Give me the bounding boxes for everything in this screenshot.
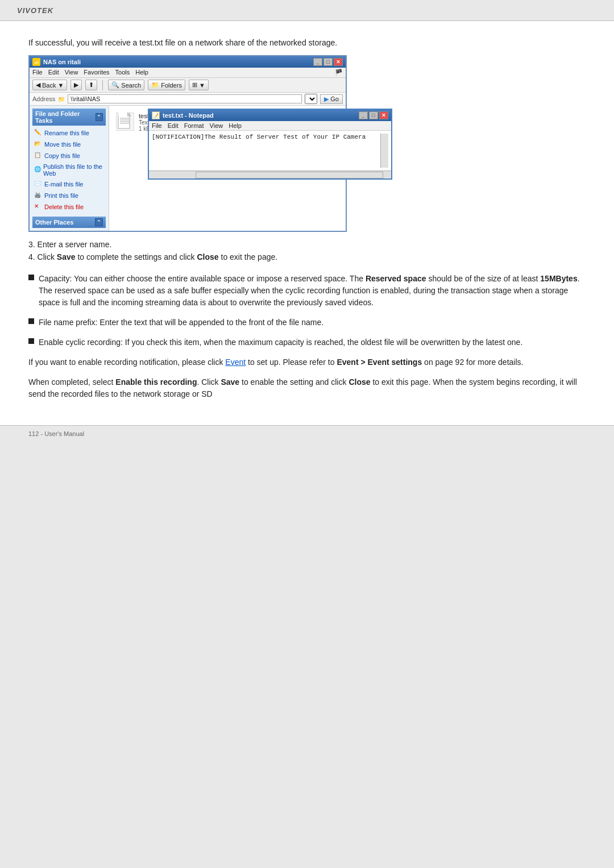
menu-favorites[interactable]: Favorites (84, 69, 109, 76)
notepad-menu-edit[interactable]: Edit (168, 122, 179, 129)
step-3: 3. Enter a server name. (28, 240, 586, 249)
menu-file[interactable]: File (32, 69, 43, 76)
email-icon: ✉️ (34, 180, 42, 188)
task-email-label: E-mail this file (44, 181, 83, 188)
task-rename[interactable]: ✏️ Rename this file (32, 128, 106, 138)
bullet-item-prefix: File name prefix: Enter the text that wi… (28, 317, 586, 329)
back-icon: ◀ (36, 81, 40, 89)
publish-icon: 🌐 (34, 166, 41, 174)
print-icon: 🖨️ (34, 192, 42, 200)
views-icon: ⊞ (192, 81, 197, 89)
titlebar-controls[interactable]: _ □ ✕ (313, 58, 343, 66)
menu-help[interactable]: Help (135, 69, 148, 76)
maximize-button[interactable]: □ (323, 58, 333, 66)
forward-button[interactable]: ▶ (70, 80, 82, 90)
go-arrow-icon: ▶ (324, 95, 329, 103)
intro-text: If successful, you will receive a test.t… (28, 38, 586, 47)
para1-bold: Event > Event settings (337, 358, 422, 367)
bullet-text-cyclic: Enable cyclic recording: If you check th… (39, 337, 522, 348)
address-dropdown[interactable] (305, 94, 317, 104)
address-input[interactable]: \\ritali\NAS (68, 94, 302, 103)
back-label: Back (42, 82, 56, 89)
para2-mid: . Click (197, 377, 221, 387)
step-4-save: Save (57, 252, 76, 261)
up-button[interactable]: ⬆ (85, 80, 97, 90)
search-button[interactable]: 🔍 Search (108, 80, 144, 90)
task-print[interactable]: 🖨️ Print this file (32, 190, 106, 201)
event-link[interactable]: Event (225, 358, 246, 367)
para2-bold1: Enable this recording (115, 377, 197, 387)
bullet-text-capacity: Capacity: You can either choose the enti… (39, 273, 586, 309)
titlebar-left: 📁 NAS on ritali (32, 58, 81, 66)
h-scrollbar[interactable] (196, 172, 383, 178)
task-delete[interactable]: ✕ Delete this file (32, 202, 106, 212)
task-copy-label: Copy this file (44, 152, 80, 159)
explorer-titlebar-icon: 📁 (32, 58, 40, 66)
folders-button[interactable]: 📁 Folders (148, 80, 185, 90)
menu-tools[interactable]: Tools (115, 69, 130, 76)
notepad-title: test.txt - Notepad (163, 112, 214, 119)
notepad-scrollbar[interactable] (380, 134, 388, 168)
go-button[interactable]: ▶ Go (320, 94, 343, 104)
notepad-menubar: File Edit Format View Help (149, 121, 391, 131)
para2-pre: When completed, select (28, 377, 115, 387)
forward-icon: ▶ (74, 81, 78, 89)
task-move-label: Move this file (44, 141, 81, 148)
rename-icon: ✏️ (34, 129, 42, 137)
explorer-titlebar: 📁 NAS on ritali _ □ ✕ (30, 56, 346, 68)
menu-edit[interactable]: Edit (48, 69, 59, 76)
notepad-menu-format[interactable]: Format (184, 122, 204, 129)
notepad-menu-view[interactable]: View (210, 122, 223, 129)
notepad-maximize-button[interactable]: □ (369, 111, 378, 119)
para2-bold2: Save (221, 377, 239, 387)
go-label: Go (330, 95, 339, 102)
notepad-close-button[interactable]: ✕ (379, 111, 388, 119)
toolbar-separator (102, 80, 103, 90)
bullet-icon-cyclic (28, 338, 34, 344)
sidebar-panel: File and Folder Tasks ⌃ ✏️ Rename this f… (30, 106, 109, 231)
notepad-menu-file[interactable]: File (152, 122, 162, 129)
notepad-minimize-button[interactable]: _ (359, 111, 368, 119)
explorer-toolbar: ◀ Back ▼ ▶ ⬆ 🔍 Search 📁 Folders (30, 78, 346, 93)
notepad-text-content: [NOTIFICATION]The Result of Server Test … (152, 134, 366, 140)
notepad-bottom-bar (149, 171, 391, 178)
bullet-icon-prefix (28, 318, 34, 324)
para1-end: on page 92 for more details. (422, 358, 523, 367)
step-4: 4. Click Save to complete the settings a… (28, 252, 586, 261)
folders-label: Folders (161, 82, 182, 89)
sidebar-collapse-tasks[interactable]: ⌃ (96, 113, 103, 121)
step-3-text: Enter a server name. (38, 240, 112, 249)
step-4-end: to exit the page. (221, 252, 278, 261)
page-header: VIVOTEK (0, 0, 614, 21)
minimize-button[interactable]: _ (313, 58, 322, 66)
notepad-menu-help[interactable]: Help (229, 122, 242, 129)
paragraph-recording: When completed, select Enable this recor… (28, 376, 586, 400)
task-publish[interactable]: 🌐 Publish this file to the Web (32, 162, 106, 178)
notepad-text[interactable]: [NOTIFICATION]The Result of Server Test … (152, 134, 380, 168)
notepad-content-area: [NOTIFICATION]The Result of Server Test … (149, 131, 391, 171)
step-4-close: Close (197, 252, 219, 261)
task-email[interactable]: ✉️ E-mail this file (32, 179, 106, 189)
sidebar-tasks-title: File and Folder Tasks (35, 110, 96, 124)
back-button[interactable]: ◀ Back ▼ (32, 80, 67, 90)
sidebar-collapse-other[interactable]: ⌃ (95, 218, 103, 226)
task-copy[interactable]: 📋 Copy this file (32, 151, 106, 161)
notepad-titlebar-left: 📝 test.txt - Notepad (152, 111, 214, 119)
address-icon: 📁 (58, 96, 65, 102)
other-places-label: Other Places (35, 219, 73, 226)
task-delete-label: Delete this file (44, 203, 84, 210)
explorer-composite: 📁 NAS on ritali _ □ ✕ File Edit View Fav… (28, 55, 347, 232)
task-rename-label: Rename this file (44, 130, 89, 136)
close-button[interactable]: ✕ (334, 58, 343, 66)
menu-view[interactable]: View (65, 69, 78, 76)
page-footer: 112 - User's Manual (0, 425, 614, 442)
notepad-titlebar-controls[interactable]: _ □ ✕ (359, 111, 388, 119)
task-move[interactable]: 📂 Move this file (32, 139, 106, 149)
explorer-address-bar: Address 📁 \\ritali\NAS ▶ Go (30, 93, 346, 106)
page-content: If successful, you will receive a test.t… (0, 21, 614, 425)
paragraph-event: If you want to enable recording notifica… (28, 356, 586, 368)
bullet-section: Capacity: You can either choose the enti… (28, 273, 586, 348)
views-button[interactable]: ⊞ ▼ (189, 80, 209, 90)
copy-icon: 📋 (34, 152, 42, 160)
para2-bold3: Close (349, 377, 370, 387)
